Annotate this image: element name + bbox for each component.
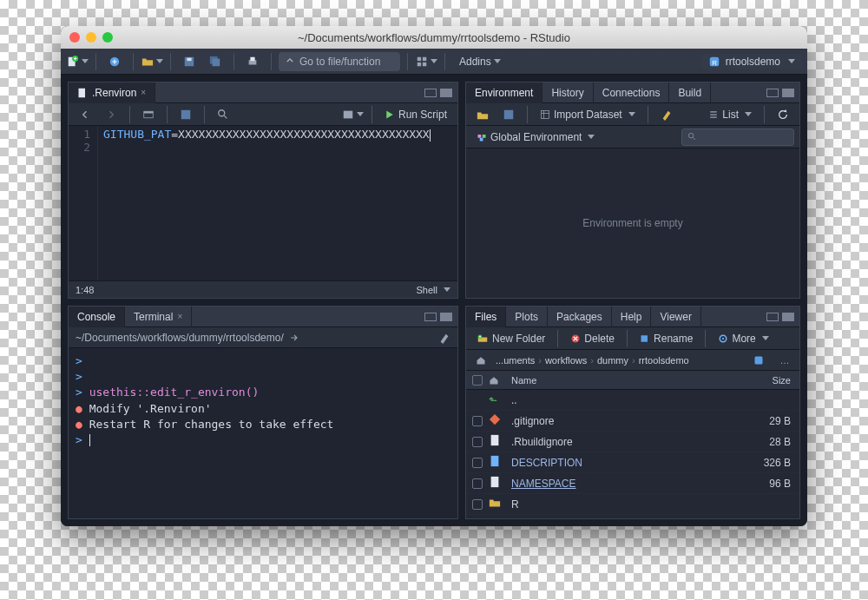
print-button[interactable] [241,52,264,71]
console-path: ~/Documents/workflows/dummy/rrtoolsdemo/ [76,332,284,344]
svg-rect-21 [504,109,514,119]
tab-plots[interactable]: Plots [506,307,548,327]
goto-dir-icon[interactable] [289,333,299,343]
file-row[interactable]: .gitignore29 B [466,411,799,432]
tab-connections[interactable]: Connections [594,82,670,103]
env-view-mode[interactable]: List [703,105,757,124]
crumb-rproj-icon[interactable] [747,351,770,370]
tab-console[interactable]: Console [69,307,125,327]
forward-button[interactable] [100,105,122,124]
file-icon: ⬑ [489,394,508,406]
tab-files[interactable]: Files [466,307,506,327]
sort-home-icon[interactable] [489,375,508,386]
clear-workspace-button[interactable] [655,105,678,124]
crumb-more-icon[interactable]: … [773,351,796,370]
source-tab-renviron[interactable]: .Renviron × [69,82,155,103]
minimize-files-button[interactable] [766,313,779,321]
more-menu[interactable]: More [713,329,773,348]
tab-packages[interactable]: Packages [548,307,612,327]
file-icon [489,497,508,511]
maximize-env-button[interactable] [782,89,794,97]
crumb-3[interactable]: rrtoolsdemo [639,355,689,366]
save-all-button[interactable] [204,52,227,71]
console-output[interactable]: > > > usethis::edit_r_environ() ● Modify… [69,348,457,518]
col-header-name[interactable]: Name [508,375,747,386]
select-all-checkbox[interactable] [472,375,483,386]
show-in-new-window-button[interactable] [137,105,160,124]
find-button[interactable] [212,105,234,124]
file-row[interactable]: ⬑.. [466,390,799,411]
file-row[interactable]: rrtoolsdemo.Rproj386 B [466,515,799,518]
file-row[interactable]: .Rbuildignore28 B [466,432,799,452]
crumb-0[interactable]: ...uments [496,355,535,366]
rename-button[interactable]: Rename [635,329,698,348]
refresh-env-button[interactable] [772,105,794,124]
app-window: ~/Documents/workflows/dummy/rrtoolsdemo … [61,26,807,526]
tab-help[interactable]: Help [612,307,652,327]
home-icon[interactable] [470,351,492,370]
save-button[interactable] [178,52,201,71]
tab-environment[interactable]: Environment [466,82,542,103]
delete-button[interactable]: Delete [565,329,620,348]
addins-menu[interactable]: Addins [452,52,508,71]
grid-view-button[interactable] [415,52,437,71]
file-checkbox[interactable] [472,499,483,510]
file-checkbox[interactable] [472,416,483,426]
svg-rect-8 [250,56,254,60]
svg-rect-15 [79,88,86,97]
file-checkbox[interactable] [472,437,483,447]
addins-label: Addins [459,56,491,68]
close-window-button[interactable] [69,32,80,43]
minimize-console-button[interactable] [424,313,437,321]
file-checkbox[interactable] [472,478,483,489]
import-dataset-button[interactable]: Import Dataset [535,105,641,124]
titlebar: ~/Documents/workflows/dummy/rrtoolsdemo … [61,26,807,49]
minimize-window-button[interactable] [86,32,96,43]
crumb-2[interactable]: dummy [597,355,628,366]
source-statusbar: 1:48 Shell [69,280,457,298]
file-row[interactable]: R [466,494,799,515]
language-selector[interactable]: Shell [410,285,457,295]
zoom-window-button[interactable] [102,32,113,43]
code-editor[interactable]: 12 GITHUB_PAT=XXXXXXXXXXXXXXXXXXXXXXXXXX… [69,126,457,280]
open-file-button[interactable] [141,52,163,71]
clear-console-icon[interactable] [438,332,450,344]
file-row[interactable]: NAMESPACE96 B [466,473,799,494]
minimize-pane-button[interactable] [424,89,437,97]
save-workspace-button[interactable] [497,105,520,124]
svg-point-31 [722,337,724,339]
col-header-size[interactable]: Size [747,375,799,386]
svg-rect-29 [641,335,648,342]
maximize-pane-button[interactable] [440,89,452,97]
env-search-input[interactable] [681,129,794,146]
file-name: DESCRIPTION [508,457,747,469]
console-tabbar: Console Terminal× [69,307,457,327]
maximize-files-button[interactable] [782,313,794,321]
new-file-button[interactable] [66,52,89,71]
maximize-console-button[interactable] [440,313,452,321]
project-menu[interactable]: R rrtoolsdemo [701,54,802,69]
run-script-button[interactable]: Run Script [379,105,452,124]
load-workspace-button[interactable] [471,105,494,124]
goto-file-input[interactable]: Go to file/function [279,52,400,71]
cursor-position: 1:48 [69,285,101,295]
svg-point-26 [688,133,694,138]
crumb-1[interactable]: workflows [545,355,587,366]
files-pane: Files Plots Packages Help Viewer New Fol… [465,306,800,519]
source-options-button[interactable] [342,105,365,124]
tab-build[interactable]: Build [669,82,711,103]
file-row[interactable]: DESCRIPTION326 B [466,452,799,473]
save-source-button[interactable] [174,105,197,124]
tab-terminal[interactable]: Terminal× [125,307,192,327]
source-tab-label: .Renviron [92,87,136,99]
close-tab-icon[interactable]: × [141,88,146,97]
tab-viewer[interactable]: Viewer [651,307,700,327]
tab-history[interactable]: History [542,82,593,103]
minimize-env-button[interactable] [766,89,779,97]
scope-selector[interactable]: Global Environment [471,128,600,147]
new-project-button[interactable] [103,52,126,71]
new-folder-button[interactable]: New Folder [471,329,550,348]
close-terminal-icon[interactable]: × [177,312,182,321]
file-checkbox[interactable] [472,458,483,468]
back-button[interactable] [74,105,96,124]
